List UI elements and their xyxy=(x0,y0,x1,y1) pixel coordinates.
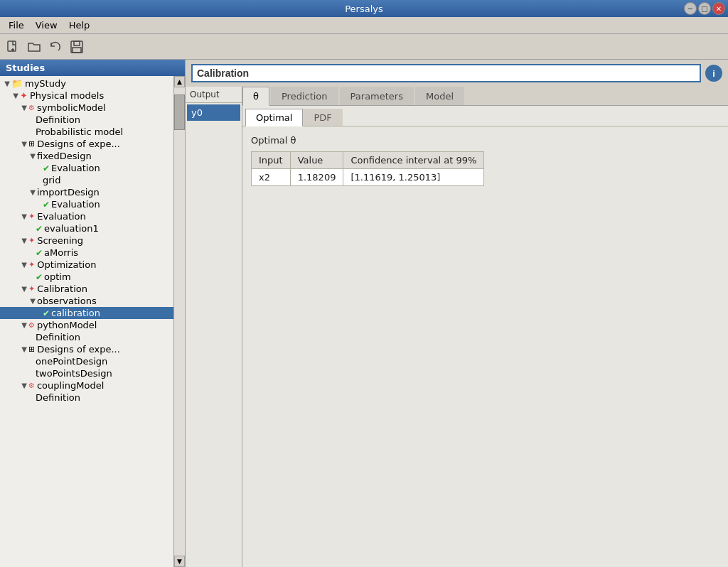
output-panel: Output y0 xyxy=(186,87,242,567)
sidebar-scrollbar[interactable]: ▲ ▼ xyxy=(173,76,185,567)
tree-item-designsExpe1[interactable]: ▼ ⊞ Designs of expe... xyxy=(0,138,173,150)
table-row: x2 1.18209 [1.11619, 1.25013] xyxy=(252,169,484,186)
tree-label-couplingModel: couplingModel xyxy=(37,380,104,391)
tree-label-definition1: Definition xyxy=(36,114,80,125)
tab-parameters[interactable]: Parameters xyxy=(340,87,414,105)
designs2-icon: ⊞ xyxy=(28,345,35,354)
tab-theta[interactable]: θ xyxy=(242,87,269,106)
scroll-track[interactable] xyxy=(174,87,185,556)
menu-view[interactable]: View xyxy=(30,18,63,32)
save-button[interactable] xyxy=(67,37,87,57)
menu-file[interactable]: File xyxy=(3,18,30,32)
tree-item-calibration[interactable]: ✔ calibration xyxy=(0,307,173,319)
tab-content-optimal: Optimal θ Input Value Confidence interva… xyxy=(242,126,728,567)
tree-item-definition1[interactable]: Definition xyxy=(0,114,173,126)
tree-item-definition3[interactable]: Definition xyxy=(0,392,173,404)
tree-label-physicalModels: Physical models xyxy=(30,90,104,101)
tree-item-eval-import[interactable]: ✔ Evaluation xyxy=(0,198,173,210)
expand-arrow: ▼ xyxy=(20,261,28,269)
open-button[interactable] xyxy=(24,37,44,57)
tree-item-screening[interactable]: ▼ ✦ Screening xyxy=(0,234,173,247)
study-icon: 📁 xyxy=(11,78,23,89)
tree-item-aMorris[interactable]: ✔ aMorris xyxy=(0,247,173,259)
tree-label-evaluation-folder: Evaluation xyxy=(37,211,86,222)
coupling-icon: ⚙ xyxy=(28,382,35,389)
tree-label-designsExpe1: Designs of expe... xyxy=(37,139,120,149)
tree-item-myStudy[interactable]: ▼ 📁 myStudy xyxy=(0,77,173,90)
tree-item-optim[interactable]: ✔ optim xyxy=(0,271,173,283)
expand-arrow: ▼ xyxy=(20,345,28,353)
tree-item-optimization[interactable]: ▼ ✦ Optimization xyxy=(0,259,173,271)
tree-label-screening: Screening xyxy=(37,235,83,246)
svg-rect-5 xyxy=(73,48,81,53)
menubar: File View Help xyxy=(0,17,728,34)
tree-item-eval-fixed[interactable]: ✔ Evaluation xyxy=(0,162,173,174)
cell-ci: [1.11619, 1.25013] xyxy=(343,169,484,186)
titlebar: Persalys ─ □ ✕ xyxy=(0,0,728,17)
expand-arrow: ▼ xyxy=(20,285,28,293)
pymodel-icon: ⚙ xyxy=(28,321,35,329)
optimal-theta-table: Input Value Confidence interval at 99% x… xyxy=(251,151,484,186)
expand-arrow: ▼ xyxy=(20,104,28,112)
tree-item-grid[interactable]: grid xyxy=(0,174,173,186)
optimal-theta-label: Optimal θ xyxy=(251,135,719,146)
tree-label-twoPointsDesign: twoPointsDesign xyxy=(36,368,112,379)
calibration-title-input[interactable] xyxy=(191,64,701,82)
tree-item-couplingModel[interactable]: ▼ ⚙ couplingModel xyxy=(0,379,173,392)
maximize-button[interactable]: □ xyxy=(698,2,711,15)
titlebar-controls: ─ □ ✕ xyxy=(684,2,725,15)
tree-item-probModel[interactable]: Probabilistic model xyxy=(0,126,173,138)
col-header-value: Value xyxy=(290,152,343,169)
tree-item-evaluation-folder[interactable]: ▼ ✦ Evaluation xyxy=(0,210,173,222)
tree-item-importDesign[interactable]: ▼ importDesign xyxy=(0,186,173,198)
tree-label-symbolicModel: symbolicModel xyxy=(37,102,106,113)
scroll-up-arrow[interactable]: ▲ xyxy=(174,76,185,87)
info-button[interactable]: i xyxy=(705,65,722,82)
cell-input: x2 xyxy=(252,169,291,186)
tree-label-pythonModel: pythonModel xyxy=(37,320,97,330)
expand-arrow: ▼ xyxy=(20,237,28,244)
tree-item-physicalModels[interactable]: ▼ ✦ Physical models xyxy=(0,90,173,102)
tree-item-observations[interactable]: ▼ observations xyxy=(0,295,173,307)
tree-item-designsExpe2[interactable]: ▼ ⊞ Designs of expe... xyxy=(0,343,173,355)
subtab-optimal[interactable]: Optimal xyxy=(245,109,303,126)
close-button[interactable]: ✕ xyxy=(712,2,725,15)
undo-button[interactable] xyxy=(46,37,65,57)
tree-item-fixedDesign[interactable]: ▼ fixedDesign xyxy=(0,150,173,162)
tree-label-optimization: Optimization xyxy=(37,259,96,270)
tab-prediction[interactable]: Prediction xyxy=(271,87,338,105)
tree-item-definition2[interactable]: Definition xyxy=(0,331,173,343)
expand-arrow: ▼ xyxy=(28,297,37,305)
expand-arrow: ▼ xyxy=(20,212,28,220)
new-icon xyxy=(6,40,20,54)
tree-label-myStudy: myStudy xyxy=(25,78,66,89)
scroll-thumb[interactable] xyxy=(174,94,185,130)
tree-item-pythonModel[interactable]: ▼ ⚙ pythonModel xyxy=(0,319,173,331)
tree-item-onePointDesign[interactable]: onePointDesign xyxy=(0,355,173,367)
tree-item-calibration-folder[interactable]: ▼ ✦ Calibration xyxy=(0,283,173,295)
minimize-button[interactable]: ─ xyxy=(684,2,697,15)
expand-arrow: ▼ xyxy=(3,80,11,87)
tree-label-definition3: Definition xyxy=(36,392,80,403)
tree-item-evaluation1[interactable]: ✔ evaluation1 xyxy=(0,222,173,234)
expand-arrow: ▼ xyxy=(20,140,28,148)
output-label: Output xyxy=(186,87,242,103)
scroll-down-arrow[interactable]: ▼ xyxy=(174,556,185,567)
calibration-header: i xyxy=(186,60,728,87)
main-layout: Studies ▼ 📁 myStudy ▼ ✦ Physical models xyxy=(0,60,728,567)
tree-item-symbolicModel[interactable]: ▼ ⚙ symbolicModel xyxy=(0,102,173,114)
new-button[interactable] xyxy=(3,37,23,57)
tab-model[interactable]: Model xyxy=(415,87,464,105)
check-icon-eval1: ✔ xyxy=(36,224,43,234)
check-icon-optim: ✔ xyxy=(36,272,43,282)
tree-label-aMorris: aMorris xyxy=(44,247,78,258)
subtab-pdf[interactable]: PDF xyxy=(303,109,342,126)
main-tabs-row: θ Prediction Parameters Model xyxy=(242,87,728,106)
tree-label-observations: observations xyxy=(37,296,97,306)
menu-help[interactable]: Help xyxy=(63,18,96,32)
output-item-y0[interactable]: y0 xyxy=(187,104,240,121)
optim-icon: ✦ xyxy=(28,260,35,269)
tree-item-twoPointsDesign[interactable]: twoPointsDesign xyxy=(0,367,173,379)
eval-folder-icon: ✦ xyxy=(28,212,35,221)
content-area: Output y0 θ Prediction Parameters Model … xyxy=(186,87,728,567)
